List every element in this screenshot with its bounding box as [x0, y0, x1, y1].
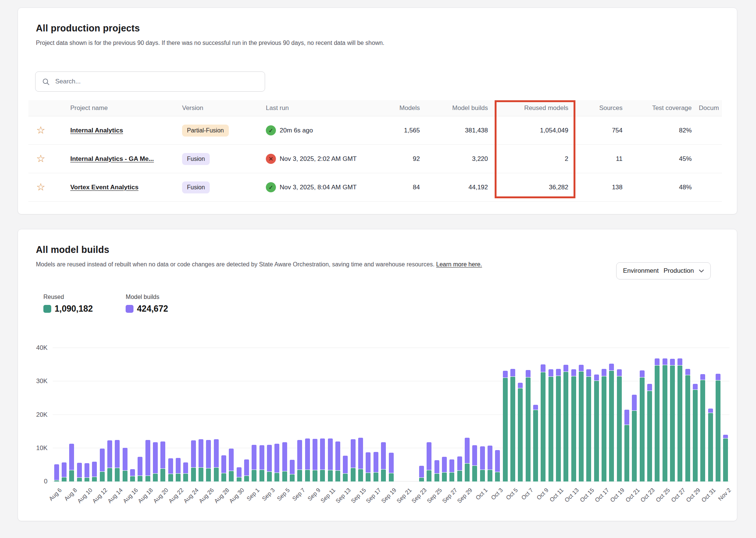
bar[interactable]: [381, 442, 386, 482]
bar[interactable]: [123, 448, 127, 482]
bar[interactable]: [541, 364, 546, 482]
bar[interactable]: [716, 374, 720, 482]
environment-select[interactable]: Environment Production: [616, 262, 711, 279]
bar[interactable]: [168, 458, 173, 482]
bar[interactable]: [237, 467, 242, 482]
bar[interactable]: [700, 374, 705, 482]
bar[interactable]: [677, 358, 682, 482]
bar[interactable]: [670, 359, 675, 482]
bar[interactable]: [708, 409, 713, 482]
bar[interactable]: [556, 369, 561, 482]
bar[interactable]: [69, 444, 74, 482]
bar[interactable]: [252, 445, 256, 482]
bar[interactable]: [366, 452, 371, 482]
bar[interactable]: [267, 445, 272, 482]
bar[interactable]: [685, 369, 690, 482]
bar[interactable]: [647, 384, 652, 482]
star-icon[interactable]: ☆: [29, 182, 45, 192]
bar[interactable]: [290, 460, 295, 482]
bar[interactable]: [374, 452, 378, 482]
bar[interactable]: [723, 435, 728, 482]
bar[interactable]: [510, 369, 515, 482]
bar[interactable]: [138, 457, 142, 482]
learn-more-link[interactable]: Learn more here.: [436, 261, 482, 268]
bar[interactable]: [214, 439, 219, 482]
bar[interactable]: [434, 460, 439, 482]
bar[interactable]: [495, 450, 500, 482]
bar[interactable]: [343, 456, 348, 482]
bar[interactable]: [472, 445, 477, 482]
bar[interactable]: [92, 462, 97, 482]
bar[interactable]: [153, 442, 158, 482]
bar[interactable]: [571, 369, 576, 482]
project-name-link[interactable]: Internal Analytics - GA Me...: [70, 155, 154, 162]
bar[interactable]: [320, 438, 325, 482]
bar[interactable]: [449, 459, 454, 482]
bar[interactable]: [199, 439, 203, 482]
bar[interactable]: [351, 439, 356, 482]
bar[interactable]: [533, 405, 538, 482]
bar[interactable]: [594, 375, 599, 482]
bar[interactable]: [305, 438, 310, 482]
bar[interactable]: [480, 446, 485, 482]
bar[interactable]: [427, 442, 431, 482]
bar[interactable]: [54, 464, 59, 482]
bar[interactable]: [503, 371, 508, 482]
bar[interactable]: [328, 438, 333, 482]
bar[interactable]: [62, 462, 67, 482]
bar[interactable]: [624, 410, 629, 482]
bar[interactable]: [130, 469, 135, 482]
bar[interactable]: [115, 440, 120, 482]
bar[interactable]: [145, 440, 150, 482]
bar[interactable]: [183, 462, 188, 482]
bar-reused-segment: [343, 474, 348, 482]
bar[interactable]: [617, 369, 622, 482]
bar[interactable]: [77, 463, 82, 482]
bar[interactable]: [602, 369, 606, 482]
project-name-link[interactable]: Internal Analytics: [70, 127, 123, 134]
bar[interactable]: [229, 449, 234, 482]
bar[interactable]: [655, 358, 660, 482]
bar[interactable]: [632, 395, 637, 482]
bar[interactable]: [221, 455, 226, 482]
column-header-star: [28, 100, 54, 116]
bar[interactable]: [191, 440, 196, 482]
bar-builds-segment: [548, 369, 553, 376]
bar[interactable]: [442, 457, 447, 482]
bar[interactable]: [586, 369, 591, 482]
bar[interactable]: [160, 441, 165, 482]
bar[interactable]: [107, 440, 112, 482]
bar-reused-segment: [556, 376, 561, 482]
bar[interactable]: [640, 370, 645, 482]
project-name-link[interactable]: Vortex Event Analytics: [70, 184, 138, 191]
bar[interactable]: [389, 453, 394, 482]
bar[interactable]: [526, 370, 531, 482]
bar[interactable]: [259, 445, 264, 482]
star-icon[interactable]: ☆: [29, 125, 45, 135]
bar[interactable]: [518, 383, 523, 482]
bar[interactable]: [488, 446, 492, 482]
bar[interactable]: [282, 442, 287, 482]
bar[interactable]: [465, 438, 470, 482]
bar[interactable]: [563, 365, 568, 482]
bar[interactable]: [609, 364, 614, 482]
bar[interactable]: [244, 459, 249, 482]
bar[interactable]: [176, 458, 181, 482]
bar[interactable]: [579, 365, 584, 482]
bar[interactable]: [358, 438, 363, 482]
bar[interactable]: [335, 441, 340, 482]
bar[interactable]: [206, 440, 211, 482]
bar[interactable]: [663, 358, 667, 482]
bar[interactable]: [693, 384, 698, 482]
bar[interactable]: [100, 449, 105, 482]
bar[interactable]: [457, 456, 462, 482]
star-icon[interactable]: ☆: [29, 154, 45, 164]
search-input[interactable]: [55, 77, 258, 86]
bar[interactable]: [313, 439, 317, 482]
bar[interactable]: [419, 466, 424, 482]
bar-reused-segment: [457, 471, 462, 482]
bar[interactable]: [297, 440, 302, 482]
bar[interactable]: [274, 444, 279, 482]
bar[interactable]: [84, 463, 89, 482]
bar[interactable]: [548, 369, 553, 482]
